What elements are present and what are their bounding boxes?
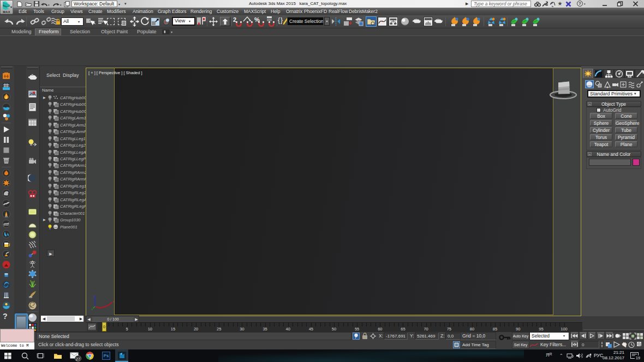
- svg-text:?: ?: [3, 312, 8, 320]
- svg-text:HF: HF: [29, 295, 33, 299]
- svg-text:Ox: Ox: [29, 305, 33, 308]
- svg-text:z: z: [93, 294, 95, 298]
- svg-text:x: x: [112, 300, 114, 303]
- svg-text:y: y: [91, 307, 93, 310]
